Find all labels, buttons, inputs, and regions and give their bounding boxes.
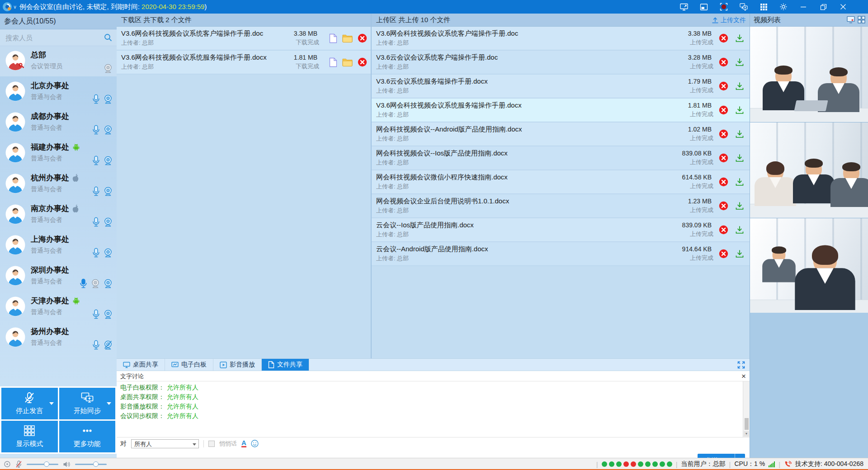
- tab[interactable]: 电子白板: [165, 359, 213, 371]
- sidebar-action-button[interactable]: 停止发言: [1, 388, 58, 419]
- download-file-icon[interactable]: [735, 249, 744, 258]
- upload-file-row[interactable]: 网会科技视频会议--Ios版产品使用指南.docx 上传者: 总部 839.08…: [372, 146, 750, 170]
- delete-file-icon[interactable]: [719, 225, 728, 235]
- webcam-icon[interactable]: [103, 94, 113, 104]
- microphone-active-icon[interactable]: [79, 278, 88, 288]
- chat-close-icon[interactable]: ×: [741, 371, 746, 381]
- delete-file-icon[interactable]: [358, 33, 367, 43]
- webcam-icon[interactable]: [103, 309, 113, 319]
- emoticon-icon[interactable]: [251, 440, 259, 447]
- screen-share-icon[interactable]: [680, 3, 688, 11]
- search-icon[interactable]: [104, 33, 112, 42]
- delete-file-icon[interactable]: [719, 177, 728, 187]
- minimize-button[interactable]: [799, 3, 807, 11]
- delete-file-icon[interactable]: [719, 153, 728, 163]
- font-style-icon[interactable]: A: [241, 440, 246, 447]
- webcam-disabled-icon[interactable]: [103, 63, 113, 73]
- participant-row[interactable]: 总部 会议管理员: [0, 46, 117, 76]
- microphone-icon[interactable]: [92, 248, 100, 258]
- upload-file-row[interactable]: V3.6云会议会议系统客户端操作手册.doc 上传者: 总部 3.28 MB 上…: [372, 51, 750, 75]
- sidebar-action-button[interactable]: 开始同步: [59, 388, 116, 419]
- upload-file-row[interactable]: V3.6云会议系统服务端操作手册.docx 上传者: 总部 1.79 MB 上传…: [372, 75, 750, 99]
- download-file-row[interactable]: V3.6网会科技视频会议系统客户端操作手册.doc 上传者: 总部 3.38 M…: [117, 27, 371, 51]
- chat-scrollbar-down-button[interactable]: ▾: [744, 431, 749, 437]
- participant-row[interactable]: 北京办事处 普通与会者: [0, 76, 117, 107]
- search-input[interactable]: [0, 29, 117, 46]
- speaker-volume-slider[interactable]: [75, 464, 107, 465]
- participant-row[interactable]: 深圳办事处 普通与会者: [0, 261, 117, 291]
- download-file-icon[interactable]: [735, 34, 744, 42]
- upload-file-row[interactable]: 网会科技视频会议微信小程序快速指南.docx 上传者: 总部 614.58 KB…: [372, 170, 750, 194]
- title-chevron-down-icon[interactable]: ∨: [13, 4, 17, 10]
- recipient-select[interactable]: 所有人: [131, 439, 199, 448]
- sync-screens-icon[interactable]: [740, 3, 748, 11]
- microphone-muted-icon[interactable]: [15, 461, 22, 468]
- expand-fullscreen-icon[interactable]: [737, 361, 745, 369]
- sidebar-action-button[interactable]: 显示模式: [1, 421, 58, 452]
- record-icon[interactable]: [720, 3, 728, 11]
- download-file-icon[interactable]: [735, 58, 744, 66]
- video-thumbnail[interactable]: [750, 27, 868, 122]
- restore-button[interactable]: [819, 3, 827, 11]
- upload-file-row[interactable]: 网会科技视频会议--Android版产品使用指南.docx 上传者: 总部 1.…: [372, 122, 750, 146]
- microphone-icon[interactable]: [92, 217, 100, 227]
- delete-file-icon[interactable]: [719, 129, 728, 139]
- webcam-icon[interactable]: [103, 186, 113, 196]
- record-indicator-icon[interactable]: [4, 461, 11, 468]
- panel-window-icon[interactable]: [700, 3, 708, 11]
- download-file-icon[interactable]: [735, 154, 744, 162]
- microphone-icon[interactable]: [92, 186, 100, 196]
- download-file-row[interactable]: V3.6网会科技视频会议系统服务端操作手册.docx 上传者: 总部 1.81 …: [117, 51, 371, 75]
- video-monitor-icon[interactable]: [847, 16, 855, 24]
- tab[interactable]: 文件共享: [262, 359, 309, 371]
- open-folder-icon[interactable]: [342, 58, 353, 66]
- download-file-icon[interactable]: [735, 106, 744, 114]
- participant-row[interactable]: 南京办事处 普通与会者: [0, 199, 117, 230]
- participant-row[interactable]: 成都办事处 普通与会者: [0, 107, 117, 138]
- download-file-icon[interactable]: [735, 202, 744, 210]
- upload-file-row[interactable]: 网会视频会议企业后台使用说明书1.0.1.docx 上传者: 总部 1.23 M…: [372, 194, 750, 218]
- speaker-icon[interactable]: [63, 461, 71, 468]
- tab[interactable]: 桌面共享: [117, 359, 165, 371]
- microphone-icon[interactable]: [92, 340, 100, 350]
- webcam-icon[interactable]: [103, 125, 113, 135]
- webcam-icon[interactable]: [103, 217, 113, 227]
- participant-row[interactable]: 杭州办事处 普通与会者: [0, 169, 117, 199]
- participant-row[interactable]: 天津办事处 普通与会者: [0, 291, 117, 322]
- document-icon[interactable]: [329, 33, 337, 43]
- tab[interactable]: 影音播放: [213, 359, 262, 371]
- webcam-icon[interactable]: [103, 278, 113, 288]
- layout-grid-icon[interactable]: [858, 16, 865, 24]
- download-file-icon[interactable]: [735, 82, 744, 90]
- button-caret-icon[interactable]: [49, 402, 54, 405]
- delete-file-icon[interactable]: [719, 81, 728, 91]
- video-thumbnail[interactable]: [750, 218, 868, 314]
- microphone-icon[interactable]: [92, 94, 100, 104]
- delete-file-icon[interactable]: [358, 57, 367, 67]
- mic-volume-slider[interactable]: [27, 464, 58, 465]
- webcam-disabled-icon[interactable]: [90, 278, 100, 288]
- settings-gear-icon[interactable]: [779, 3, 788, 11]
- webcam-off-icon[interactable]: [103, 340, 113, 350]
- video-thumbnail[interactable]: [750, 122, 868, 218]
- button-caret-icon[interactable]: [107, 402, 111, 405]
- microphone-icon[interactable]: [92, 309, 100, 319]
- upload-file-row[interactable]: 云会议--Android版产品使用指南.docx 上传者: 总部 914.64 …: [372, 242, 750, 266]
- delete-file-icon[interactable]: [719, 201, 728, 211]
- delete-file-icon[interactable]: [719, 105, 728, 115]
- participant-row[interactable]: 福建办事处 普通与会者: [0, 138, 117, 169]
- microphone-icon[interactable]: [92, 155, 100, 165]
- upload-file-row[interactable]: V3.6网会科技视频会议系统客户端操作手册.doc 上传者: 总部 3.38 M…: [372, 27, 750, 51]
- download-file-icon[interactable]: [735, 130, 744, 138]
- upload-file-row[interactable]: V3.6网会科技视频会议系统服务端操作手册.docx 上传者: 总部 1.81 …: [372, 99, 750, 122]
- upload-file-button[interactable]: 上传文件: [712, 14, 746, 26]
- chat-scrollbar[interactable]: ▾: [743, 381, 750, 437]
- chat-scrollbar-thumb[interactable]: [745, 418, 749, 430]
- whisper-checkbox[interactable]: [208, 441, 215, 447]
- delete-file-icon[interactable]: [719, 33, 728, 43]
- delete-file-icon[interactable]: [719, 57, 728, 67]
- delete-file-icon[interactable]: [719, 249, 728, 258]
- upload-file-row[interactable]: 云会议--Ios版产品使用指南.docx 上传者: 总部 839.09 KB 上…: [372, 218, 750, 242]
- nine-grid-icon[interactable]: [760, 3, 768, 11]
- sidebar-action-button[interactable]: 更多功能: [59, 421, 116, 452]
